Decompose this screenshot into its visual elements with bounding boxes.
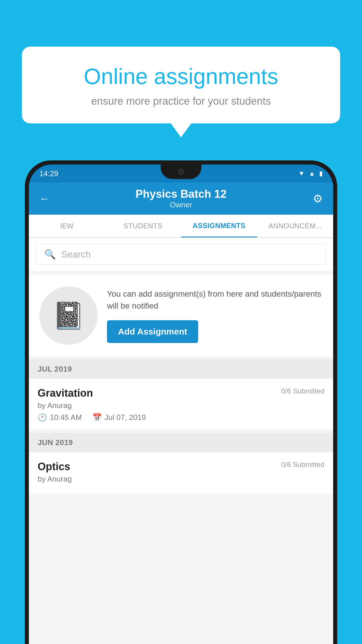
search-placeholder-text: Search [61, 249, 91, 260]
signal-icon: ▲ [309, 170, 315, 177]
phone-inner: 14:29 ▼ ▲ ▮ ← Physics Batch 12 Owner ⚙ I… [29, 164, 333, 644]
tab-students[interactable]: STUDENTS [105, 215, 181, 237]
app-header: ← Physics Batch 12 Owner ⚙ [29, 183, 333, 215]
search-container: 🔍 Search [29, 238, 333, 271]
status-bar: 14:29 ▼ ▲ ▮ [29, 164, 333, 183]
tab-iew[interactable]: IEW [29, 215, 105, 237]
batch-role: Owner [136, 200, 227, 209]
assignment-submitted-optics: 0/6 Submitted [281, 461, 324, 469]
speech-bubble-container: Online assignments ensure more practice … [22, 47, 340, 123]
assignment-date-gravitation: Jul 07, 2019 [105, 413, 146, 422]
search-bar[interactable]: 🔍 Search [36, 244, 326, 265]
screen-content: 🔍 Search 📓 You can add assignment(s) fro… [29, 238, 333, 644]
assignment-item-optics[interactable]: Optics 0/6 Submitted by Anurag [29, 452, 333, 494]
back-button[interactable]: ← [39, 192, 50, 205]
batch-title: Physics Batch 12 [136, 188, 227, 200]
promo-description: You can add assignment(s) from here and … [107, 288, 321, 312]
status-icons: ▼ ▲ ▮ [298, 170, 323, 177]
header-center: Physics Batch 12 Owner [136, 188, 227, 209]
assignment-item-gravitation[interactable]: Gravitation 0/6 Submitted by Anurag 🕐 10… [29, 379, 333, 430]
status-time: 14:29 [39, 169, 58, 178]
assignment-by-optics: by Anurag [38, 475, 324, 484]
tab-assignments[interactable]: ASSIGNMENTS [181, 215, 257, 237]
tab-announcements[interactable]: ANNOUNCEM... [257, 215, 333, 237]
assignment-submitted-gravitation: 0/6 Submitted [281, 387, 324, 395]
battery-icon: ▮ [319, 170, 323, 177]
search-icon: 🔍 [44, 249, 56, 260]
speech-bubble: Online assignments ensure more practice … [22, 47, 340, 123]
assignment-name-gravitation: Gravitation [38, 387, 93, 399]
promo-icon-circle: 📓 [39, 286, 98, 345]
section-header-jul: JUL 2019 [29, 359, 333, 379]
section-header-jun: JUN 2019 [29, 433, 333, 452]
notch [161, 164, 201, 179]
assignment-meta-gravitation: 🕐 10:45 AM 📅 Jul 07, 2019 [38, 413, 324, 422]
calendar-icon: 📅 [92, 413, 102, 422]
add-assignment-button[interactable]: Add Assignment [107, 320, 198, 343]
meta-date-gravitation: 📅 Jul 07, 2019 [92, 413, 146, 422]
clock-icon: 🕐 [38, 413, 47, 422]
notebook-icon: 📓 [52, 300, 85, 331]
assignment-time-gravitation: 10:45 AM [50, 413, 82, 422]
speech-bubble-title: Online assignments [42, 64, 320, 89]
wifi-icon: ▼ [298, 170, 305, 177]
assignment-top-row: Gravitation 0/6 Submitted [38, 387, 324, 399]
settings-icon[interactable]: ⚙ [313, 192, 323, 205]
promo-text-area: You can add assignment(s) from here and … [107, 288, 321, 343]
tabs-bar: IEW STUDENTS ASSIGNMENTS ANNOUNCEM... [29, 215, 333, 238]
front-camera [178, 169, 184, 175]
meta-time-gravitation: 🕐 10:45 AM [38, 413, 82, 422]
phone-frame: 14:29 ▼ ▲ ▮ ← Physics Batch 12 Owner ⚙ I… [25, 160, 337, 644]
assignment-by-gravitation: by Anurag [38, 401, 324, 410]
speech-bubble-subtitle: ensure more practice for your students [42, 95, 320, 107]
assignment-top-row-optics: Optics 0/6 Submitted [38, 461, 324, 473]
assignment-name-optics: Optics [38, 461, 70, 473]
promo-section: 📓 You can add assignment(s) from here an… [29, 275, 333, 356]
